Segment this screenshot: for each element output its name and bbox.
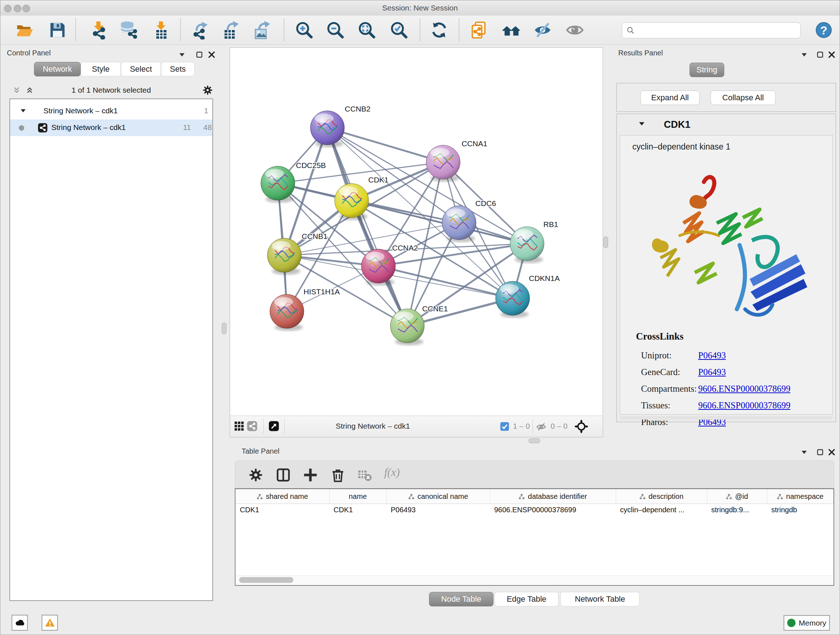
crosslink-link[interactable]: 9606.ENSP00000378699 — [698, 401, 790, 410]
save-session-icon[interactable] — [48, 21, 67, 40]
crosslink-link[interactable]: P06493 — [698, 367, 726, 377]
tab-select[interactable]: Select — [121, 62, 161, 76]
column-header[interactable]: description — [616, 489, 707, 504]
expand-all-button[interactable]: Expand All — [640, 90, 699, 105]
table-cell[interactable]: P06493 — [386, 504, 490, 516]
eye-disabled-icon[interactable] — [565, 21, 584, 40]
float-panel-icon[interactable] — [816, 50, 824, 59]
tab-style[interactable]: Style — [81, 62, 121, 76]
table-cell[interactable]: stringdb — [767, 504, 834, 516]
network-node-HIST1H1A[interactable]: HIST1H1A — [270, 287, 340, 331]
network-edge[interactable] — [327, 128, 443, 162]
entry-header[interactable]: CDK1 — [617, 114, 836, 134]
table-cell[interactable]: CDK1 — [235, 504, 329, 516]
table-horizontal-scrollbar[interactable] — [236, 575, 834, 584]
export-image-icon[interactable] — [253, 21, 272, 40]
fit-pan-crosshair-icon[interactable] — [575, 420, 588, 433]
network-status-dot — [19, 125, 24, 131]
warnings-button[interactable] — [42, 615, 58, 631]
refresh-icon[interactable] — [430, 21, 448, 40]
table-cell[interactable]: cyclin–dependent ... — [616, 504, 707, 516]
string-home-icon[interactable] — [502, 21, 521, 40]
close-panel-icon[interactable] — [827, 50, 836, 59]
network-collection-label[interactable]: String Network – cdk1 — [43, 106, 118, 115]
clear-table-icon[interactable] — [357, 467, 372, 483]
help-icon[interactable]: ? — [815, 21, 832, 39]
column-header[interactable]: database identifier — [490, 489, 616, 504]
network-tree-item-row[interactable]: String Network – cdk1 11 48 — [10, 119, 212, 136]
vertical-splitter-handle[interactable] — [222, 323, 226, 334]
network-item-label[interactable]: String Network – cdk1 — [51, 123, 126, 132]
network-edge[interactable] — [378, 266, 513, 298]
network-share-view-icon[interactable] — [247, 421, 257, 432]
table-cell[interactable]: CDK1 — [329, 504, 386, 516]
hidden-eye-slash-icon[interactable] — [536, 422, 546, 432]
network-node-CDK1[interactable]: CDK1 — [335, 176, 388, 220]
grid-view-icon[interactable] — [234, 421, 245, 432]
network-edge[interactable] — [352, 201, 527, 244]
selected-checkbox-icon[interactable] — [500, 422, 509, 431]
network-tree-root-row[interactable]: String Network – cdk1 1 — [10, 103, 212, 119]
zoom-in-icon[interactable] — [295, 21, 314, 40]
scrollbar-thumb[interactable] — [239, 577, 294, 583]
vertical-splitter-handle[interactable] — [603, 236, 608, 248]
entry-collapse-arrow-icon[interactable] — [638, 120, 646, 128]
tab-sets[interactable]: Sets — [161, 62, 195, 76]
function-builder-icon[interactable]: f(x) — [384, 466, 400, 479]
network-node-CDKN1A[interactable]: CDKN1A — [496, 274, 560, 318]
tab-node-table[interactable]: Node Table — [429, 592, 493, 606]
table-row[interactable]: CDK1CDK1P064939606.ENSP00000378699cyclin… — [235, 504, 834, 516]
network-canvas[interactable]: CCNB2CCNA1CDC25BCDK1CDC6RB1CCNB1CCNA2CDK… — [230, 48, 603, 416]
shared-column-icon — [256, 494, 263, 500]
export-table-icon[interactable] — [221, 21, 240, 40]
column-header[interactable]: @id — [707, 489, 767, 504]
table-cell[interactable]: stringdb:9... — [707, 504, 767, 516]
export-network-icon[interactable] — [190, 21, 209, 40]
toolbar-separator — [420, 19, 420, 41]
column-header[interactable]: namespace — [767, 489, 834, 504]
float-panel-icon[interactable] — [816, 448, 824, 456]
import-network-database-icon[interactable] — [119, 21, 138, 40]
show-hide-graphics-icon[interactable] — [533, 21, 552, 40]
cloud-status-button[interactable] — [11, 615, 28, 631]
float-panel-icon[interactable] — [195, 50, 204, 59]
tab-network-table[interactable]: Network Table — [561, 592, 639, 606]
network-options-gear-icon[interactable] — [202, 85, 213, 96]
add-column-icon[interactable] — [303, 467, 318, 483]
search-input[interactable] — [638, 26, 800, 35]
import-table-file-icon[interactable] — [152, 21, 171, 40]
collapse-all-button[interactable]: Collapse All — [711, 90, 775, 105]
crosslink-link[interactable]: 9606.ENSP00000378699 — [698, 384, 790, 394]
delete-column-icon[interactable] — [330, 467, 346, 483]
network-node-CCNB2[interactable]: CCNB2 — [310, 105, 370, 147]
close-panel-icon[interactable] — [827, 448, 836, 456]
column-header[interactable]: shared name — [235, 489, 329, 504]
detach-view-icon[interactable] — [268, 421, 279, 432]
table-options-gear-icon[interactable] — [248, 467, 264, 483]
column-header[interactable]: canonical name — [386, 489, 490, 504]
zoom-out-icon[interactable] — [326, 21, 345, 40]
tab-network[interactable]: Network — [34, 62, 81, 76]
table-cell[interactable]: 9606.ENSP00000378699 — [490, 504, 616, 516]
clone-network-icon[interactable] — [469, 21, 488, 40]
show-columns-icon[interactable] — [276, 467, 291, 483]
tab-string[interactable]: String — [690, 63, 724, 77]
panel-menu-icon[interactable] — [800, 448, 808, 456]
import-network-file-icon[interactable] — [89, 21, 108, 40]
table-toolbar: f(x) — [235, 461, 834, 488]
memory-button[interactable]: Memory — [783, 615, 830, 631]
crosslink-link[interactable]: P06493 — [698, 350, 726, 361]
open-session-icon[interactable] — [16, 21, 34, 40]
table-panel-title: Table Panel — [242, 447, 279, 455]
tab-edge-table[interactable]: Edge Table — [494, 592, 559, 606]
panel-menu-icon[interactable] — [178, 50, 186, 59]
panel-menu-icon[interactable] — [800, 50, 808, 59]
tree-collapse-arrow-icon[interactable] — [19, 107, 27, 114]
column-header[interactable]: name — [329, 489, 386, 504]
close-panel-icon[interactable] — [207, 50, 216, 59]
network-node-RB1[interactable]: RB1 — [510, 220, 558, 263]
zoom-selected-icon[interactable] — [390, 21, 409, 40]
horizontal-splitter-handle[interactable] — [529, 439, 540, 443]
results-horizontal-scrollbar[interactable] — [620, 416, 833, 420]
zoom-fit-icon[interactable] — [357, 21, 376, 40]
